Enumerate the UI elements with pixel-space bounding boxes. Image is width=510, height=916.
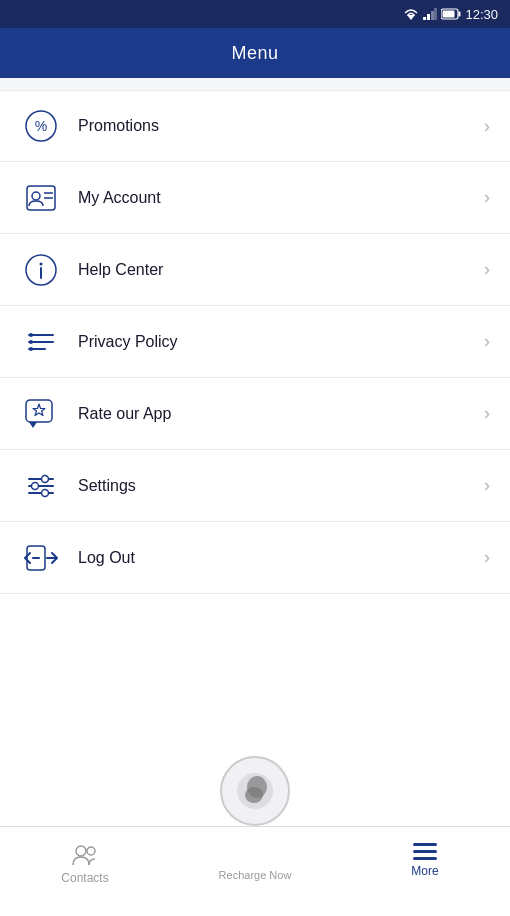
menu-item-privacy-policy[interactable]: Privacy Policy › <box>0 306 510 378</box>
star-speech-icon <box>20 393 62 435</box>
menu-content: % Promotions › My Account › <box>0 78 510 594</box>
svg-point-20 <box>29 333 33 337</box>
bottom-nav: Contacts Recharge Now More <box>0 826 510 916</box>
menu-item-rate-app[interactable]: Rate our App › <box>0 378 510 450</box>
privacy-policy-label: Privacy Policy <box>78 333 484 351</box>
settings-label: Settings <box>78 477 484 495</box>
svg-point-21 <box>29 340 33 344</box>
wifi-icon <box>403 8 419 20</box>
nav-contacts[interactable]: Contacts <box>25 837 145 885</box>
svg-marker-24 <box>33 404 45 416</box>
user-card-icon <box>20 177 62 219</box>
svg-rect-1 <box>423 17 426 20</box>
svg-point-22 <box>29 347 33 351</box>
svg-point-35 <box>87 847 95 855</box>
svg-point-38 <box>245 787 263 803</box>
svg-rect-3 <box>431 11 434 20</box>
hamburger-icon <box>413 843 437 860</box>
lines-doc-icon <box>20 321 62 363</box>
privacy-policy-chevron: › <box>484 331 490 352</box>
logout-icon <box>20 537 62 579</box>
contacts-nav-label: Contacts <box>61 871 108 885</box>
status-bar: 12:30 <box>0 0 510 28</box>
menu-item-log-out[interactable]: Log Out › <box>0 522 510 594</box>
status-time: 12:30 <box>465 7 498 22</box>
app-header: Menu <box>0 28 510 78</box>
info-circle-icon <box>20 249 62 291</box>
svg-point-15 <box>40 262 43 265</box>
header-title: Menu <box>231 43 278 64</box>
svg-point-11 <box>32 192 40 200</box>
menu-item-help-center[interactable]: Help Center › <box>0 234 510 306</box>
svg-point-29 <box>32 482 39 489</box>
svg-text:%: % <box>35 118 47 134</box>
svg-rect-4 <box>434 8 437 20</box>
settings-chevron: › <box>484 475 490 496</box>
contacts-icon <box>71 843 99 867</box>
svg-rect-6 <box>459 12 461 17</box>
svg-rect-23 <box>26 400 52 422</box>
menu-item-settings[interactable]: Settings › <box>0 450 510 522</box>
my-account-chevron: › <box>484 187 490 208</box>
svg-point-34 <box>76 846 86 856</box>
svg-point-28 <box>42 475 49 482</box>
signal-icon <box>423 8 437 20</box>
promotions-chevron: › <box>484 116 490 137</box>
rate-app-chevron: › <box>484 403 490 424</box>
menu-item-promotions[interactable]: % Promotions › <box>0 90 510 162</box>
percent-circle-icon: % <box>20 105 62 147</box>
more-nav-label: More <box>411 864 438 878</box>
recharge-button[interactable] <box>220 756 290 826</box>
recharge-nav-label: Recharge Now <box>219 869 292 881</box>
svg-rect-7 <box>443 11 455 18</box>
recharge-icon <box>235 771 275 811</box>
rate-app-label: Rate our App <box>78 405 484 423</box>
status-icons: 12:30 <box>403 7 498 22</box>
sliders-icon <box>20 465 62 507</box>
nav-more[interactable]: More <box>365 837 485 878</box>
log-out-label: Log Out <box>78 549 484 567</box>
help-center-chevron: › <box>484 259 490 280</box>
menu-item-my-account[interactable]: My Account › <box>0 162 510 234</box>
battery-icon <box>441 8 461 20</box>
help-center-label: Help Center <box>78 261 484 279</box>
promotions-label: Promotions <box>78 117 484 135</box>
svg-rect-2 <box>427 14 430 20</box>
my-account-label: My Account <box>78 189 484 207</box>
log-out-chevron: › <box>484 547 490 568</box>
svg-point-30 <box>42 489 49 496</box>
